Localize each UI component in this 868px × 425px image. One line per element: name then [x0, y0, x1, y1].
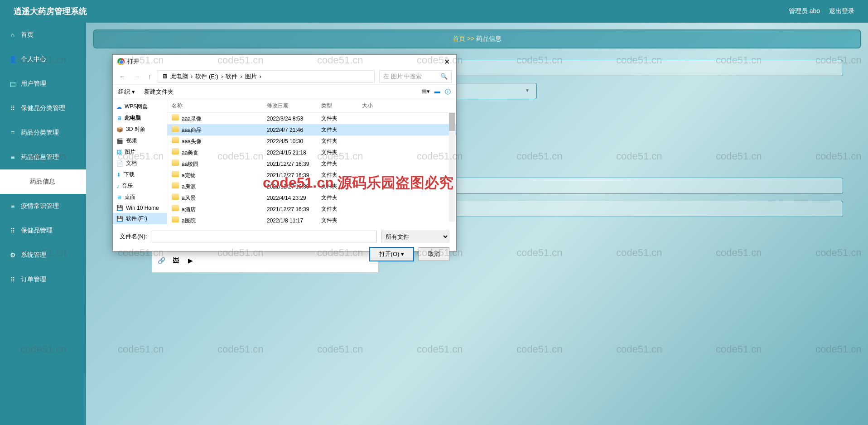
filename-input[interactable]	[152, 231, 377, 242]
tree-item-4[interactable]: 🖼图片	[113, 146, 167, 158]
dialog-title-text: 打开	[127, 58, 139, 66]
sidebar-item-7[interactable]: ≡疫情常识管理	[0, 194, 86, 218]
app-header: 逍遥大药房管理系统 管理员 abo 退出登录	[0, 0, 868, 23]
organize-btn[interactable]: 组织 ▾	[118, 88, 135, 96]
file-row[interactable]: aa美食2022/4/15 21:18文件夹	[167, 147, 456, 158]
tree-icon: 📄	[116, 160, 123, 167]
file-row[interactable]: aa校园2021/12/27 16:39文件夹	[167, 158, 456, 169]
admin-label[interactable]: 管理员 abo	[789, 7, 820, 15]
folder-icon	[172, 126, 179, 132]
preview-icon[interactable]: ▬	[434, 88, 440, 96]
help-icon[interactable]: ⓘ	[445, 88, 451, 96]
sidebar-icon: 👤	[9, 56, 16, 63]
file-row[interactable]: a医院2022/1/8 11:17文件夹	[167, 215, 456, 226]
file-type: 文件夹	[321, 171, 362, 179]
file-row[interactable]: aaa头像2022/4/5 10:30文件夹	[167, 135, 456, 147]
sidebar-icon	[18, 178, 25, 185]
file-date: 2021/12/27 16:39	[267, 172, 321, 179]
file-name: a风景	[182, 195, 196, 201]
tree-item-6[interactable]: ⬇下载	[113, 169, 167, 180]
forward-icon[interactable]: →	[132, 72, 142, 81]
sidebar-icon: ≡	[9, 129, 16, 136]
cancel-button[interactable]: 取消	[419, 247, 449, 261]
tree-item-7[interactable]: ♪音乐	[113, 180, 167, 192]
sidebar-icon: ≡	[9, 154, 16, 161]
close-icon[interactable]: ✕	[442, 58, 452, 66]
sidebar-item-4[interactable]: ≡药品分类管理	[0, 121, 86, 145]
sidebar: ⌂首页👤个人中心▤用户管理⠿保健品分类管理≡药品分类管理≡药品信息管理药品信息≡…	[0, 23, 86, 425]
tree-item-9[interactable]: 💾Win 10 Home	[113, 203, 167, 213]
tree-item-10[interactable]: 💾软件 (E:)	[113, 213, 167, 224]
col-date[interactable]: 修改日期	[267, 102, 321, 110]
sidebar-item-label: 药品信息管理	[21, 153, 59, 161]
tree-item-2[interactable]: 📦3D 对象	[113, 124, 167, 135]
sidebar-icon: ⠿	[9, 105, 16, 112]
breadcrumb-home[interactable]: 首页	[453, 35, 465, 42]
path-segment[interactable]: 软件 (E:)	[195, 72, 218, 81]
path-segment[interactable]: 图片	[245, 72, 257, 81]
tree-icon: 📦	[116, 126, 123, 133]
tree-item-1[interactable]: 🖥此电脑	[113, 112, 167, 124]
file-list: 名称 修改日期 类型 大小 aaa录像2022/3/24 8:53文件夹aaa商…	[167, 99, 456, 226]
path-segment[interactable]: 此电脑	[170, 72, 188, 81]
sidebar-item-6[interactable]: 药品信息	[0, 169, 86, 194]
up-icon[interactable]: ↑	[146, 72, 153, 81]
path-bar[interactable]: 🖥 此电脑›软件 (E:)›软件›图片›	[158, 70, 375, 83]
path-segment[interactable]: 软件	[226, 72, 237, 81]
file-date: 2021/12/27 16:39	[267, 206, 321, 212]
file-name: a宠物	[182, 172, 196, 179]
file-date: 2022/4/15 21:18	[267, 150, 321, 156]
filter-select[interactable]: 所有文件	[381, 231, 449, 242]
sidebar-item-3[interactable]: ⠿保健品分类管理	[0, 96, 86, 121]
sidebar-item-8[interactable]: ⠿保健品管理	[0, 218, 86, 243]
col-size[interactable]: 大小	[362, 102, 389, 110]
folder-icon	[172, 137, 179, 143]
sidebar-item-1[interactable]: 👤个人中心	[0, 47, 86, 72]
tree-icon: 🖥	[116, 194, 122, 201]
folder-icon	[172, 114, 179, 121]
back-icon[interactable]: ←	[117, 72, 127, 81]
sidebar-item-9[interactable]: ⚙系统管理	[0, 243, 86, 267]
col-name[interactable]: 名称	[172, 102, 267, 110]
search-box[interactable]: 在 图片 中搜索 🔍	[379, 70, 452, 83]
tree-label: 文档	[126, 159, 137, 167]
open-button[interactable]: 打开(O) ▾	[369, 247, 414, 261]
file-row[interactable]: a酒店2021/12/27 16:39文件夹	[167, 203, 456, 215]
sidebar-item-0[interactable]: ⌂首页	[0, 23, 86, 47]
tree-item-11[interactable]: 💾文档 (F:)	[113, 224, 167, 226]
file-row[interactable]: aaa录像2022/3/24 8:53文件夹	[167, 113, 456, 124]
logout-link[interactable]: 退出登录	[829, 7, 854, 15]
filename-label: 文件名(N):	[120, 232, 147, 241]
sidebar-item-label: 用户管理	[21, 80, 46, 88]
file-row[interactable]: a风景2022/4/14 23:29文件夹	[167, 192, 456, 203]
tree-label: 此电脑	[125, 114, 141, 122]
file-date: 2022/4/5 10:30	[267, 138, 321, 145]
view-icon[interactable]: ▤▾	[421, 88, 430, 96]
tree-icon: 🎬	[116, 138, 123, 144]
newfolder-btn[interactable]: 新建文件夹	[144, 88, 174, 96]
tree-label: 音乐	[122, 182, 133, 190]
tree-label: 3D 对象	[126, 126, 145, 133]
file-row[interactable]: aaa商品2022/4/7 21:46文件夹	[167, 124, 456, 135]
folder-icon	[172, 159, 179, 166]
file-name: a房源	[182, 184, 196, 190]
file-row[interactable]: a房源2021/12/27 16:39文件夹	[167, 181, 456, 192]
file-type: 文件夹	[321, 126, 362, 134]
tree-item-3[interactable]: 🎬视频	[113, 135, 167, 146]
tree-label: 图片	[125, 148, 135, 156]
folder-icon	[172, 182, 179, 188]
sidebar-item-label: 药品信息	[30, 178, 55, 186]
dialog-nav: ← → ↑ 🖥 此电脑›软件 (E:)›软件›图片› 在 图片 中搜索 🔍	[113, 68, 456, 85]
tree-item-8[interactable]: 🖥桌面	[113, 192, 167, 203]
sidebar-item-5[interactable]: ≡药品信息管理	[0, 145, 86, 169]
col-type[interactable]: 类型	[321, 102, 362, 110]
scrollbar-thumb[interactable]	[449, 113, 455, 131]
breadcrumb-current: 药品信息	[476, 35, 502, 42]
folder-icon	[172, 216, 179, 222]
sidebar-item-10[interactable]: ⠿订单管理	[0, 267, 86, 292]
tree-item-0[interactable]: ☁WPS网盘	[113, 101, 167, 112]
sidebar-item-2[interactable]: ▤用户管理	[0, 72, 86, 96]
tree-item-5[interactable]: 📄文档	[113, 158, 167, 169]
tree-label: 视频	[126, 137, 137, 145]
file-row[interactable]: a宠物2021/12/27 16:39文件夹	[167, 169, 456, 181]
